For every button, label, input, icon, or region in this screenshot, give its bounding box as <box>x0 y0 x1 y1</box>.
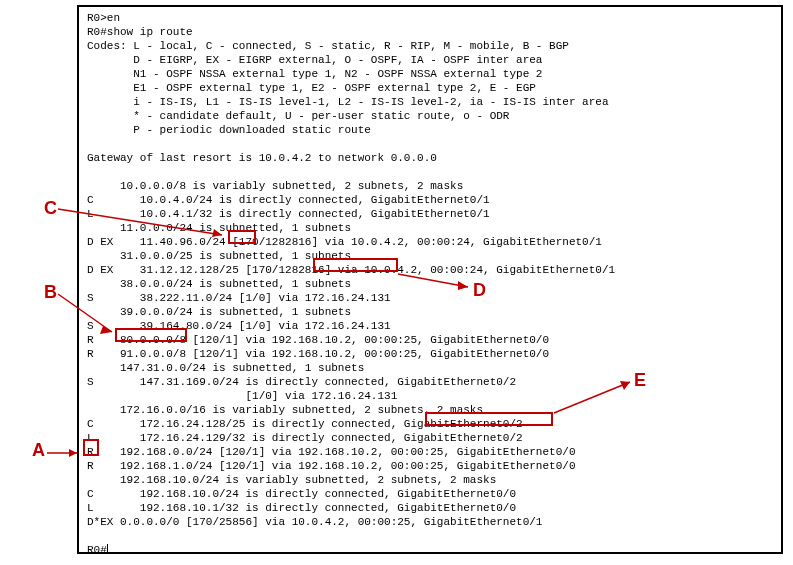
route-line: 38.0.0.0/24 is subnetted, 1 subnets <box>87 277 773 291</box>
svg-marker-5 <box>69 449 77 457</box>
prompt-enable: R0>en <box>87 11 773 25</box>
gateway-line: Gateway of last resort is 10.0.4.2 to ne… <box>87 151 773 165</box>
codes-line: i - IS-IS, L1 - IS-IS level-1, L2 - IS-I… <box>87 95 773 109</box>
route-line: 10.0.0.0/8 is variably subnetted, 2 subn… <box>87 179 773 193</box>
blank-line <box>87 165 773 179</box>
route-line: 172.16.0.0/16 is variably subnetted, 2 s… <box>87 403 773 417</box>
route-line: 192.168.10.0/24 is variably subnetted, 2… <box>87 473 773 487</box>
route-line: D EX 31.12.12.128/25 [170/1282816] via 1… <box>87 263 773 277</box>
codes-line: D - EIGRP, EX - EIGRP external, O - OSPF… <box>87 53 773 67</box>
codes-line: P - periodic downloaded static route <box>87 123 773 137</box>
route-line: R 80.0.0.0/8 [120/1] via 192.168.10.2, 0… <box>87 333 773 347</box>
route-line: R 192.168.1.0/24 [120/1] via 192.168.10.… <box>87 459 773 473</box>
route-line: S 38.222.11.0/24 [1/0] via 172.16.24.131 <box>87 291 773 305</box>
codes-line: E1 - OSPF external type 1, E2 - OSPF ext… <box>87 81 773 95</box>
terminal-window: R0>en R0#show ip route Codes: L - local,… <box>77 5 783 554</box>
route-line: D*EX 0.0.0.0/0 [170/25856] via 10.0.4.2,… <box>87 515 773 529</box>
route-line: R 91.0.0.0/8 [120/1] via 192.168.10.2, 0… <box>87 347 773 361</box>
route-line: S 147.31.169.0/24 is directly connected,… <box>87 375 773 389</box>
codes-line: N1 - OSPF NSSA external type 1, N2 - OSP… <box>87 67 773 81</box>
route-line: R 192.168.0.0/24 [120/1] via 192.168.10.… <box>87 445 773 459</box>
route-line: [1/0] via 172.16.24.131 <box>87 389 773 403</box>
label-c: C <box>44 198 57 219</box>
label-b: B <box>44 282 57 303</box>
route-line: L 172.16.24.129/32 is directly connected… <box>87 431 773 445</box>
route-line: S 39.164.80.0/24 [1/0] via 172.16.24.131 <box>87 319 773 333</box>
route-line: D EX 11.40.96.0/24 [170/1282816] via 10.… <box>87 235 773 249</box>
route-line: 39.0.0.0/24 is subnetted, 1 subnets <box>87 305 773 319</box>
codes-line: Codes: L - local, C - connected, S - sta… <box>87 39 773 53</box>
route-line: 31.0.0.0/25 is subnetted, 1 subnets <box>87 249 773 263</box>
command-line: R0#show ip route <box>87 25 773 39</box>
codes-line: * - candidate default, U - per-user stat… <box>87 109 773 123</box>
route-line: L 10.0.4.1/32 is directly connected, Gig… <box>87 207 773 221</box>
label-e: E <box>634 370 646 391</box>
route-line: C 192.168.10.0/24 is directly connected,… <box>87 487 773 501</box>
route-line: 147.31.0.0/24 is subnetted, 1 subnets <box>87 361 773 375</box>
label-a: A <box>32 440 45 461</box>
blank-line <box>87 137 773 151</box>
blank-line <box>87 529 773 543</box>
prompt-end: R0# <box>87 543 773 554</box>
route-line: C 10.0.4.0/24 is directly connected, Gig… <box>87 193 773 207</box>
route-line: C 172.16.24.128/25 is directly connected… <box>87 417 773 431</box>
route-line: 11.0.0.0/24 is subnetted, 1 subnets <box>87 221 773 235</box>
route-line: L 192.168.10.1/32 is directly connected,… <box>87 501 773 515</box>
label-d: D <box>473 280 486 301</box>
